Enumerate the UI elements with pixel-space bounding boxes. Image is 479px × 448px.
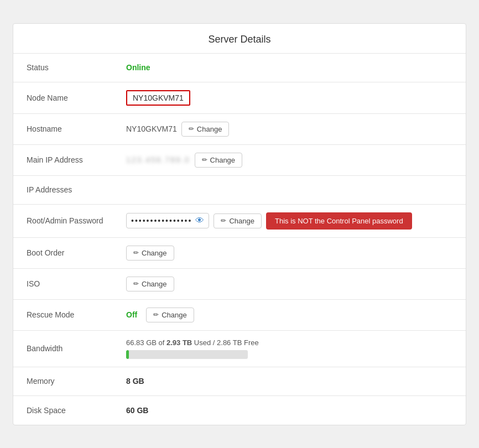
rescue-mode-label: Rescue Mode <box>27 310 126 319</box>
hostname-change-button[interactable]: ✏ Change <box>181 122 230 137</box>
bandwidth-progress-fill <box>126 350 129 359</box>
bandwidth-text1: 66.83 GB of <box>126 338 166 347</box>
password-dots: •••••••••••••••• <box>131 216 192 225</box>
boot-order-change-button[interactable]: ✏ Change <box>126 246 174 261</box>
root-password-label: Root/Admin Password <box>27 216 126 225</box>
rescue-mode-value-area: Off ✏ Change <box>126 308 452 322</box>
bandwidth-bold1: 2.93 TB <box>166 338 192 347</box>
pencil-icon-iso: ✏ <box>133 280 139 288</box>
status-label: Status <box>27 63 126 72</box>
not-control-panel-warning-button[interactable]: This is NOT the Control Panel password <box>266 212 412 230</box>
root-password-row: Root/Admin Password •••••••••••••••• 👁 ✏… <box>13 205 466 238</box>
pencil-icon: ✏ <box>189 125 194 133</box>
main-ip-change-button[interactable]: ✏ Change <box>195 153 243 168</box>
pencil-icon-pw: ✏ <box>221 217 226 225</box>
main-ip-value-area: 123.456.789.0 ✏ Change <box>126 153 452 168</box>
bandwidth-details: 66.83 GB of 2.93 TB Used / 2.86 TB Free <box>126 338 259 359</box>
rescue-mode-change-button[interactable]: ✏ Change <box>146 308 194 322</box>
main-ip-value: 123.456.789.0 <box>126 155 190 164</box>
node-name-label: Node Name <box>27 93 126 102</box>
pencil-icon-ip: ✏ <box>202 156 207 164</box>
eye-icon[interactable]: 👁 <box>195 216 204 226</box>
disk-space-row: Disk Space 60 GB <box>13 396 466 425</box>
rescue-mode-status: Off <box>126 310 137 319</box>
node-name-row: Node Name NY10GKVM71 <box>13 82 466 114</box>
server-details-card: Server Details Status Online Node Name N… <box>13 23 466 425</box>
password-change-label: Change <box>229 217 254 225</box>
status-value: Online <box>126 63 150 72</box>
bandwidth-value-area: 66.83 GB of 2.93 TB Used / 2.86 TB Free <box>126 338 452 359</box>
hostname-value: NY10GKVM71 <box>126 124 177 133</box>
iso-change-button[interactable]: ✏ Change <box>126 277 174 291</box>
memory-row: Memory 8 GB <box>13 367 466 396</box>
memory-value: 8 GB <box>126 377 144 386</box>
rescue-mode-change-label: Change <box>162 311 187 319</box>
iso-row: ISO ✏ Change <box>13 269 466 300</box>
disk-space-label: Disk Space <box>27 406 126 415</box>
disk-space-value-area: 60 GB <box>126 406 452 415</box>
node-name-value-area: NY10GKVM71 <box>126 90 452 106</box>
boot-order-change-label: Change <box>142 249 167 257</box>
status-row: Status Online <box>13 54 466 82</box>
pencil-icon-rescue: ✏ <box>153 311 159 319</box>
boot-order-value-area: ✏ Change <box>126 246 452 261</box>
boot-order-label: Boot Order <box>27 248 126 257</box>
hostname-value-area: NY10GKVM71 ✏ Change <box>126 122 452 137</box>
main-ip-row: Main IP Address 123.456.789.0 ✏ Change <box>13 145 466 176</box>
hostname-label: Hostname <box>27 124 126 133</box>
password-field: •••••••••••••••• 👁 <box>126 213 209 228</box>
iso-change-label: Change <box>142 280 167 288</box>
iso-value-area: ✏ Change <box>126 277 452 291</box>
disk-space-value: 60 GB <box>126 406 148 415</box>
memory-value-area: 8 GB <box>126 377 452 386</box>
status-value-area: Online <box>126 63 452 72</box>
bandwidth-progress-bar <box>126 350 248 359</box>
card-title: Server Details <box>13 24 466 54</box>
memory-label: Memory <box>27 377 126 386</box>
ip-addresses-row: IP Addresses <box>13 176 466 205</box>
hostname-row: Hostname NY10GKVM71 ✏ Change <box>13 114 466 145</box>
bandwidth-row: Bandwidth 66.83 GB of 2.93 TB Used / 2.8… <box>13 331 466 367</box>
rescue-mode-row: Rescue Mode Off ✏ Change <box>13 300 466 331</box>
pencil-icon-boot: ✏ <box>133 249 139 257</box>
ip-addresses-label: IP Addresses <box>27 185 126 194</box>
root-password-value-area: •••••••••••••••• 👁 ✏ Change This is NOT … <box>126 212 452 230</box>
password-change-button[interactable]: ✏ Change <box>214 213 262 228</box>
bandwidth-label: Bandwidth <box>27 344 126 353</box>
node-name-value: NY10GKVM71 <box>126 90 190 106</box>
boot-order-row: Boot Order ✏ Change <box>13 238 466 269</box>
bandwidth-text: 66.83 GB of 2.93 TB Used / 2.86 TB Free <box>126 338 259 347</box>
main-ip-change-label: Change <box>210 156 236 164</box>
iso-label: ISO <box>27 279 126 288</box>
bandwidth-text2: Used / 2.86 TB Free <box>192 338 258 347</box>
hostname-change-label: Change <box>197 125 222 133</box>
main-ip-label: Main IP Address <box>27 155 126 164</box>
